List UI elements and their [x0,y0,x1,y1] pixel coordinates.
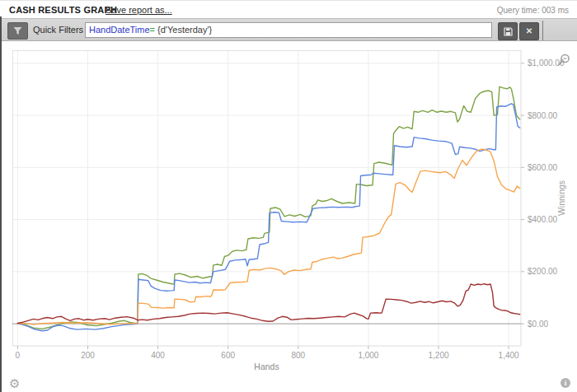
quick-filters-label: Quick Filters [33,25,83,35]
filter-expression-input[interactable]: HandDateTime= {d'Yesterday'} [85,22,492,38]
y-axis-title: Winnings [556,180,566,216]
zoom-magnifier-icon[interactable] [556,54,570,68]
x-icon: ✕ [526,27,532,35]
cash-results-line-chart[interactable]: $0.00$200.00$400.00$600.00$800.00$1,000.… [12,50,575,376]
quick-filter-bar: Quick Filters HandDateTime= {d'Yesterday… [2,18,577,41]
filter-field-token: HandDateTime [89,25,150,35]
save-filter-button[interactable] [498,22,518,40]
series-line-blue [17,104,519,331]
floppy-disk-icon [504,27,513,36]
page-title: CASH RESULTS GRAPH [9,5,117,15]
y-tick-label: $400.00 [528,215,558,224]
x-tick-label: 200 [81,351,95,360]
y-tick-label: $800.00 [528,111,558,120]
x-axis-title: Hands [254,362,279,371]
settings-gear-icon[interactable]: ⚙ [9,377,20,390]
info-icon[interactable]: i [561,378,570,388]
x-tick-label: 1,000 [358,351,378,360]
clear-filter-button[interactable]: ✕ [519,22,539,40]
query-time-label: Query time: 003 ms [497,6,569,15]
x-tick-label: 800 [291,351,305,360]
save-report-as-link[interactable]: Save report as... [106,5,172,15]
results-graph-panel: $0.00$200.00$400.00$600.00$800.00$1,000.… [2,41,577,392]
y-tick-label: $0.00 [528,320,548,329]
funnel-icon [13,26,22,35]
x-tick-label: 600 [221,351,235,360]
filter-value-token: {d'Yesterday'} [155,25,212,35]
series-line-green [17,86,519,329]
y-tick-label: $200.00 [528,267,558,276]
header-bar: CASH RESULTS GRAPH Save report as... Que… [2,1,577,18]
x-tick-label: 1,200 [428,351,448,360]
x-tick-label: 1,400 [499,351,519,360]
series-line-red [17,284,519,324]
x-tick-label: 400 [151,351,165,360]
filter-funnel-button[interactable] [7,22,28,40]
filter-bar-separator [542,21,543,40]
y-tick-label: $600.00 [528,163,558,172]
x-tick-label: 0 [16,351,21,360]
